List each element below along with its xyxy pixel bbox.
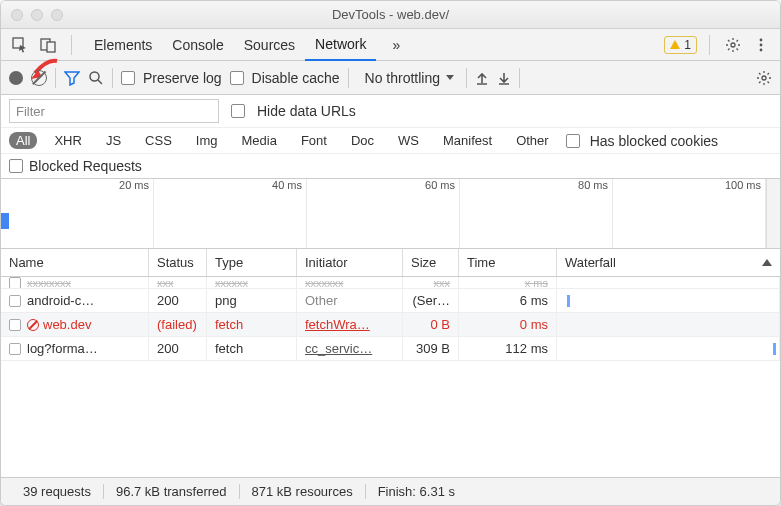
col-size[interactable]: Size (403, 249, 459, 276)
error-icon (27, 319, 39, 331)
tab-elements[interactable]: Elements (84, 29, 162, 61)
network-settings-icon[interactable] (756, 70, 772, 86)
warnings-badge[interactable]: 1 (664, 36, 697, 54)
cell-status: (failed) (149, 313, 207, 336)
cell-initiator[interactable]: Other (297, 289, 403, 312)
svg-point-4 (760, 38, 763, 41)
status-requests: 39 requests (11, 484, 104, 499)
col-name[interactable]: Name (1, 249, 149, 276)
table-row[interactable]: web.dev(failed)fetchfetchWra…0 B0 ms (1, 313, 780, 337)
row-checkbox[interactable] (9, 319, 21, 331)
warning-count: 1 (684, 38, 691, 52)
type-xhr[interactable]: XHR (47, 132, 88, 149)
settings-icon[interactable] (722, 34, 744, 56)
table-row[interactable]: log?forma…200fetchcc_servic…309 B112 ms (1, 337, 780, 361)
window-title: DevTools - web.dev/ (1, 7, 780, 22)
type-js[interactable]: JS (99, 132, 128, 149)
cell-size: (Ser… (403, 289, 459, 312)
timeline-scrollbar[interactable] (766, 179, 780, 248)
row-checkbox[interactable] (9, 295, 21, 307)
svg-rect-2 (47, 42, 55, 52)
svg-point-7 (90, 72, 99, 81)
type-ws[interactable]: WS (391, 132, 426, 149)
cell-waterfall (557, 289, 780, 312)
table-row-cut: xxxxxxxx xxxxxxxxx xxxxxxxxxx x ms (1, 277, 780, 289)
tab-sources[interactable]: Sources (234, 29, 305, 61)
preserve-log-label: Preserve log (143, 70, 222, 86)
cell-initiator[interactable]: cc_servic… (297, 337, 403, 360)
hide-data-urls-checkbox[interactable] (231, 104, 245, 118)
tab-console[interactable]: Console (162, 29, 233, 61)
col-status[interactable]: Status (149, 249, 207, 276)
blocked-requests-bar: Blocked Requests (1, 154, 780, 179)
col-time[interactable]: Time (459, 249, 557, 276)
sort-asc-icon (762, 259, 772, 266)
blocked-requests-label: Blocked Requests (29, 158, 142, 174)
main-tabbar: ElementsConsoleSourcesNetwork » 1 (1, 29, 780, 61)
inspect-icon[interactable] (9, 34, 31, 56)
type-filter-bar: AllXHRJSCSSImgMediaFontDocWSManifestOthe… (1, 128, 780, 154)
row-checkbox[interactable] (9, 343, 21, 355)
svg-point-6 (760, 48, 763, 51)
type-media[interactable]: Media (234, 132, 283, 149)
cell-name: android-c… (27, 293, 94, 308)
record-button[interactable] (9, 71, 23, 85)
filter-bar: Hide data URLs (1, 95, 780, 128)
upload-har-icon[interactable] (475, 71, 489, 85)
more-menu-icon[interactable] (750, 34, 772, 56)
status-bar: 39 requests 96.7 kB transferred 871 kB r… (1, 477, 780, 505)
blocked-cookies-checkbox[interactable] (566, 134, 580, 148)
device-toggle-icon[interactable] (37, 34, 59, 56)
svg-point-8 (762, 76, 766, 80)
download-har-icon[interactable] (497, 71, 511, 85)
cell-size: 0 B (403, 313, 459, 336)
cell-time: 6 ms (459, 289, 557, 312)
throttling-value: No throttling (365, 70, 440, 86)
blocked-cookies-label: Has blocked cookies (590, 133, 718, 149)
throttling-select[interactable]: No throttling (357, 67, 458, 89)
cell-name: log?forma… (27, 341, 98, 356)
filter-icon[interactable] (64, 70, 80, 86)
disable-cache-checkbox[interactable] (230, 71, 244, 85)
status-resources: 871 kB resources (240, 484, 366, 499)
cell-type: png (207, 289, 297, 312)
titlebar: DevTools - web.dev/ (1, 1, 780, 29)
cell-type: fetch (207, 313, 297, 336)
devtools-window: DevTools - web.dev/ ElementsConsoleSourc… (0, 0, 781, 506)
type-manifest[interactable]: Manifest (436, 132, 499, 149)
type-all[interactable]: All (9, 132, 37, 149)
cell-waterfall (557, 313, 780, 336)
col-type[interactable]: Type (207, 249, 297, 276)
col-waterfall[interactable]: Waterfall (557, 249, 780, 276)
type-doc[interactable]: Doc (344, 132, 381, 149)
cell-type: fetch (207, 337, 297, 360)
type-css[interactable]: CSS (138, 132, 179, 149)
panel-tabs: ElementsConsoleSourcesNetwork (84, 29, 376, 61)
filter-input[interactable] (9, 99, 219, 123)
requests-table: Name Status Type Initiator Size Time Wat… (1, 249, 780, 477)
type-font[interactable]: Font (294, 132, 334, 149)
cell-size: 309 B (403, 337, 459, 360)
type-other[interactable]: Other (509, 132, 556, 149)
type-img[interactable]: Img (189, 132, 225, 149)
cell-initiator[interactable]: fetchWra… (297, 313, 403, 336)
chevron-down-icon (446, 75, 454, 80)
svg-point-5 (760, 43, 763, 46)
status-transferred: 96.7 kB transferred (104, 484, 240, 499)
tab-network[interactable]: Network (305, 29, 376, 61)
table-header: Name Status Type Initiator Size Time Wat… (1, 249, 780, 277)
search-icon[interactable] (88, 70, 104, 86)
network-toolbar: Preserve log Disable cache No throttling (1, 61, 780, 95)
cell-waterfall (557, 337, 780, 360)
clear-button[interactable] (31, 70, 47, 86)
cell-name: web.dev (43, 317, 91, 332)
preserve-log-checkbox[interactable] (121, 71, 135, 85)
cell-status: 200 (149, 289, 207, 312)
status-finish: Finish: 6.31 s (366, 484, 467, 499)
timeline-overview[interactable]: 20 ms40 ms60 ms80 ms100 ms (1, 179, 780, 249)
cell-time: 112 ms (459, 337, 557, 360)
more-tabs[interactable]: » (382, 29, 410, 61)
blocked-requests-checkbox[interactable] (9, 159, 23, 173)
col-initiator[interactable]: Initiator (297, 249, 403, 276)
table-row[interactable]: android-c…200pngOther(Ser…6 ms (1, 289, 780, 313)
